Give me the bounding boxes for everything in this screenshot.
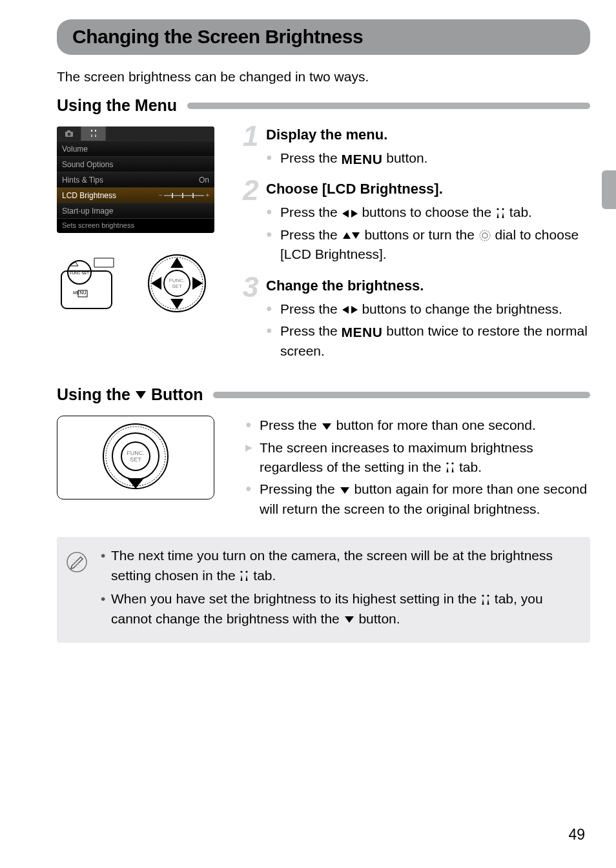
section1-title: Using the Menu <box>57 96 177 115</box>
menu-tab-camera-icon <box>57 126 81 141</box>
menu-row: Hints & TipsOn <box>57 172 214 187</box>
step-bullet-list: Press the buttons to change the brightne… <box>266 299 590 361</box>
svg-marker-40 <box>340 487 349 494</box>
title-bar: Changing the Screen Brightness <box>57 19 590 55</box>
svg-marker-16 <box>170 299 183 309</box>
menu-row-label: LCD Brightness <box>62 191 159 200</box>
bullet-item: Press the buttons to choose the tab. <box>266 203 590 222</box>
section2-title: Using the Button <box>57 385 203 404</box>
svg-text:FUNC SET: FUNC SET <box>70 271 89 275</box>
step: 2Choose [LCD Brightness].Press the butto… <box>245 181 590 264</box>
down-triangle-icon <box>339 486 351 495</box>
step: 3Change the brightness.Press the buttons… <box>245 278 590 361</box>
intro-text: The screen brightness can be changed in … <box>57 69 590 85</box>
bullet-item: Press the MENU button. <box>266 148 590 168</box>
svg-marker-36 <box>127 478 144 489</box>
down-triangle-icon <box>344 615 355 624</box>
menu-row: Start-up Image <box>57 203 214 218</box>
svg-marker-27 <box>342 306 349 314</box>
menu-row-label: Volume <box>62 145 209 154</box>
menu-row-value: On <box>199 176 209 185</box>
section-using-menu: Using the Menu <box>57 96 590 115</box>
page-title: Changing the Screen Brightness <box>72 26 363 48</box>
bullet-item: Press the MENU button twice to restore t… <box>266 321 590 361</box>
svg-point-44 <box>241 571 243 573</box>
brightness-slider: −+ <box>159 193 209 198</box>
section-rule <box>213 392 590 398</box>
svg-text:MENU: MENU <box>73 290 87 295</box>
left-right-buttons-icon <box>342 208 358 219</box>
bullet-item: Press the buttons or turn the dial to ch… <box>266 225 590 265</box>
svg-text:FUNC.: FUNC. <box>169 278 185 283</box>
svg-text:SET: SET <box>172 283 182 289</box>
section-rule <box>187 103 590 109</box>
svg-point-25 <box>480 230 490 241</box>
menu-label-icon: MENU <box>342 325 383 339</box>
menu-row-label: Sound Options <box>62 160 209 169</box>
camera-menu-screenshot: VolumeSound OptionsHints & TipsOnLCD Bri… <box>57 126 214 233</box>
menu-row: Sound Options <box>57 156 214 172</box>
step-bullet-list: Press the buttons to choose the tab.Pres… <box>266 203 590 264</box>
svg-marker-20 <box>351 210 358 217</box>
menu-row: Volume <box>57 141 214 156</box>
bullet-item: Press the buttons to change the brightne… <box>266 299 590 319</box>
menu-footer: Sets screen brightness <box>57 218 214 233</box>
svg-point-39 <box>452 463 454 465</box>
svg-point-47 <box>487 594 489 596</box>
page: Changing the Screen Brightness The scree… <box>0 0 616 669</box>
bullet-item: The screen increases to maximum brightne… <box>245 438 590 478</box>
step-title: Display the menu. <box>266 126 590 143</box>
svg-point-2 <box>67 133 70 136</box>
menu-label-icon: MENU <box>342 152 383 166</box>
svg-point-45 <box>246 571 248 573</box>
svg-point-21 <box>497 208 498 210</box>
step-bullet-list: Press the MENU button. <box>266 148 590 168</box>
svg-point-22 <box>502 208 504 210</box>
control-dial-illustration: FUNC. SET <box>139 251 214 316</box>
step-title: Choose [LCD Brightness]. <box>266 181 590 197</box>
svg-rect-1 <box>67 130 70 132</box>
menu-tab-tools-icon <box>81 126 106 141</box>
svg-marker-18 <box>192 277 203 290</box>
section-using-down-button: Using the Button <box>57 385 590 404</box>
menu-row: LCD Brightness−+ <box>57 187 214 203</box>
svg-point-38 <box>447 463 449 465</box>
svg-point-46 <box>482 594 484 596</box>
tools-tab-icon <box>445 462 455 474</box>
svg-rect-4 <box>95 130 96 132</box>
svg-marker-28 <box>351 306 358 314</box>
svg-marker-29 <box>136 391 146 399</box>
svg-marker-19 <box>342 210 349 217</box>
svg-marker-17 <box>151 277 161 290</box>
svg-marker-48 <box>345 616 354 623</box>
page-number: 49 <box>568 826 585 843</box>
up-down-buttons-icon <box>342 231 361 240</box>
svg-rect-3 <box>91 130 92 132</box>
bullet-item: Press the button for more than one secon… <box>245 416 590 435</box>
note-item: The next time you turn on the camera, th… <box>101 546 577 585</box>
menu-row-label: Start-up Image <box>62 207 209 216</box>
note-item: When you have set the brightness to its … <box>101 589 577 629</box>
bullet-item: Pressing the button again for more than … <box>245 479 590 519</box>
svg-marker-24 <box>352 232 360 239</box>
tools-tab-icon <box>495 208 506 219</box>
step-number: 2 <box>243 174 258 207</box>
svg-marker-37 <box>322 423 331 430</box>
down-triangle-icon <box>134 390 147 400</box>
svg-point-41 <box>67 552 87 572</box>
control-dial-icon <box>478 229 491 242</box>
control-dial-down-illustration: FUNC. SET <box>57 416 214 500</box>
menu-row-label: Hints & Tips <box>62 176 199 185</box>
left-right-buttons-icon <box>342 305 358 315</box>
step-number: 3 <box>243 271 258 303</box>
svg-marker-15 <box>170 257 183 268</box>
side-thumb-tab <box>602 170 616 209</box>
pencil-note-icon <box>66 551 88 578</box>
tools-tab-icon <box>239 570 249 582</box>
svg-text:FUNC.: FUNC. <box>127 450 145 456</box>
section2-bullet-list: Press the button for more than one secon… <box>245 416 590 519</box>
step-title: Change the brightness. <box>266 278 590 294</box>
camera-body-illustration: FUNC SET MENU <box>57 251 132 316</box>
step-number: 1 <box>243 120 258 152</box>
svg-point-26 <box>482 233 488 238</box>
